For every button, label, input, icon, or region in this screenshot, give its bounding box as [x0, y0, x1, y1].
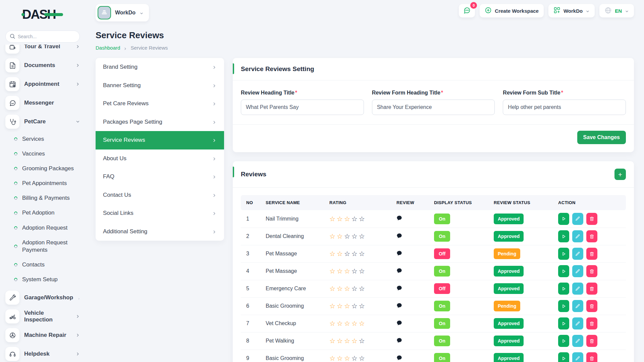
review-form-heading-title-input[interactable]: [372, 100, 495, 115]
workspace-switcher-button[interactable]: WorkDo: [548, 4, 595, 17]
view-button[interactable]: [558, 265, 569, 277]
settings-menu-item-contact-us[interactable]: Contact Us: [96, 186, 224, 204]
edit-button[interactable]: [572, 352, 583, 362]
display-status-badge[interactable]: On: [434, 301, 450, 311]
review-comment-icon[interactable]: [396, 355, 402, 361]
chevron-right-icon: [212, 211, 217, 216]
settings-menu-item-banner-setting[interactable]: Banner Setting: [96, 76, 224, 95]
settings-menu-item-pet-care-reviews[interactable]: Pet Care Reviews: [96, 95, 224, 113]
sidebar-item-tour-travel[interactable]: Tour & Travel: [0, 45, 86, 56]
display-status-badge[interactable]: Off: [434, 248, 450, 259]
delete-button[interactable]: [586, 335, 597, 347]
review-comment-icon[interactable]: [396, 320, 402, 326]
edit-button[interactable]: [572, 283, 583, 295]
delete-button[interactable]: [586, 213, 597, 225]
sidebar-item-appointment[interactable]: Appointment: [0, 75, 86, 94]
sidebar-subitem-system-setup[interactable]: System Setup: [0, 272, 86, 287]
sidebar-subitem-vaccines[interactable]: Vaccines: [0, 146, 86, 161]
review-comment-icon[interactable]: [396, 268, 402, 274]
sidebar-item-vehicle-inspection[interactable]: Vehicle Inspection: [0, 307, 86, 326]
view-button[interactable]: [558, 352, 569, 362]
display-status-badge[interactable]: On: [434, 231, 450, 242]
settings-menu-item-additional-setting[interactable]: Additional Setting: [96, 223, 224, 241]
view-button[interactable]: [558, 335, 569, 347]
review-comment-icon[interactable]: [396, 338, 402, 343]
sidebar-subitem-pet-appointments[interactable]: Pet Appointments: [0, 176, 86, 191]
display-status-badge[interactable]: On: [434, 318, 450, 329]
sidebar-subitem-services[interactable]: Services: [0, 132, 86, 146]
delete-button[interactable]: [586, 230, 597, 242]
cell-actions: [555, 315, 626, 332]
display-status-badge[interactable]: On: [434, 353, 450, 362]
review-comment-icon[interactable]: [396, 233, 402, 239]
display-status-badge[interactable]: On: [434, 266, 450, 277]
sidebar-item-petcare[interactable]: PetCare: [0, 112, 86, 131]
view-button[interactable]: [558, 213, 569, 225]
language-selector[interactable]: EN: [599, 4, 634, 17]
settings-menu-item-brand-setting[interactable]: Brand Setting: [96, 58, 224, 76]
delete-button[interactable]: [586, 283, 597, 295]
edit-button[interactable]: [572, 300, 583, 312]
workspace-selector[interactable]: WorkDo: [96, 4, 149, 21]
sidebar-subitem-pet-adoption[interactable]: Pet Adoption: [0, 205, 86, 220]
delete-button[interactable]: [586, 300, 597, 312]
sidebar-item-helpdesk[interactable]: Helpdesk: [0, 345, 86, 362]
delete-button[interactable]: [586, 352, 597, 362]
create-workspace-button[interactable]: Create Workspace: [480, 4, 544, 17]
messages-button[interactable]: 0: [459, 4, 475, 17]
sidebar-subitem-grooming-packages[interactable]: Grooming Packages: [0, 161, 86, 176]
settings-menu-item-service-reviews[interactable]: Service Reviews: [96, 131, 224, 149]
required-asterisk: *: [295, 90, 297, 96]
breadcrumb-dashboard-link[interactable]: Dashboard: [96, 45, 120, 51]
table-row: 1 Nail Trimming ☆☆☆☆☆ On Approved: [241, 210, 626, 228]
delete-button[interactable]: [586, 265, 597, 277]
sidebar-item-documents[interactable]: Documents: [0, 56, 86, 75]
review-form-sub-title-input[interactable]: [503, 100, 626, 115]
cell-service-name: Nail Trimming: [262, 210, 326, 228]
sidebar-item-machine-repair[interactable]: Machine Repair: [0, 326, 86, 345]
review-comment-icon[interactable]: [396, 250, 402, 256]
sidebar-item-garage-workshop[interactable]: Garage/Workshop: [0, 288, 86, 307]
settings-menu-item-packages-page-setting[interactable]: Packages Page Setting: [96, 113, 224, 131]
sidebar-subitem-billing-payments[interactable]: Billing & Payments: [0, 191, 86, 205]
sidebar-subitem-adoption-request[interactable]: Adoption Request: [0, 221, 86, 235]
view-button[interactable]: [558, 300, 569, 312]
display-status-badge[interactable]: Off: [434, 283, 450, 294]
sidebar-item-messenger[interactable]: Messenger: [0, 94, 86, 112]
search-input[interactable]: [5, 31, 80, 43]
bullet-icon: [13, 244, 18, 249]
edit-button[interactable]: [572, 265, 583, 277]
review-comment-icon[interactable]: [396, 215, 402, 221]
edit-button[interactable]: [572, 213, 583, 225]
review-heading-title-input[interactable]: [241, 100, 364, 115]
logo-accent-dot: [21, 13, 24, 16]
cell-service-name: Emergency Care: [262, 280, 326, 297]
view-button[interactable]: [558, 230, 569, 242]
add-review-button[interactable]: +: [614, 169, 626, 180]
delete-button[interactable]: [586, 317, 597, 329]
review-comment-icon[interactable]: [396, 285, 402, 291]
delete-button[interactable]: [586, 248, 597, 260]
save-changes-button[interactable]: Save Changes: [577, 131, 626, 144]
edit-button[interactable]: [572, 317, 583, 329]
edit-button[interactable]: [572, 335, 583, 347]
edit-button[interactable]: [572, 248, 583, 260]
view-button[interactable]: [558, 248, 569, 260]
sidebar-subitem-adoption-request-payments[interactable]: Adoption Request Payments: [0, 235, 86, 257]
review-comment-icon[interactable]: [396, 303, 402, 308]
view-button[interactable]: [558, 283, 569, 295]
display-status-badge[interactable]: On: [434, 214, 450, 224]
view-button[interactable]: [558, 317, 569, 329]
sidebar-nav: Tour & Travel Documents Appointment Mess…: [0, 45, 86, 362]
star-filled-icon: ☆: [344, 320, 352, 327]
settings-menu-item-social-links[interactable]: Social Links: [96, 204, 224, 223]
sidebar-subitem-contacts[interactable]: Contacts: [0, 257, 86, 272]
settings-menu-item-about-us[interactable]: About Us: [96, 149, 224, 168]
required-asterisk: *: [561, 90, 563, 96]
bullet-icon: [13, 166, 18, 171]
display-status-badge[interactable]: On: [434, 336, 450, 346]
edit-button[interactable]: [572, 230, 583, 242]
star-empty-icon: ☆: [352, 302, 359, 310]
settings-menu-item-faq[interactable]: FAQ: [96, 168, 224, 186]
cell-no: 3: [241, 245, 262, 262]
